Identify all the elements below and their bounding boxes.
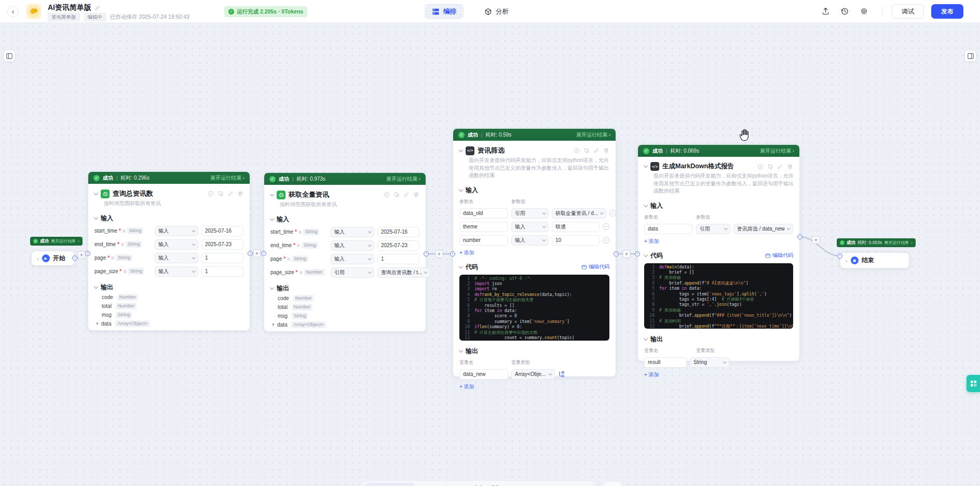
node-run-bar[interactable]: ✓ 成功 | 耗时: 0.296s 展开运行结果 bbox=[88, 172, 250, 184]
param-name-input[interactable]: data_old bbox=[459, 208, 508, 219]
code-editor[interactable]: # -*- coding: utf-8 -*- import json impo… bbox=[459, 275, 609, 341]
remove-param-icon[interactable]: − bbox=[609, 210, 616, 217]
structure-tree-icon[interactable] bbox=[558, 371, 565, 377]
history-icon[interactable] bbox=[840, 7, 849, 16]
expand-results-link[interactable]: 展开运行结果 bbox=[760, 147, 794, 155]
mode-select[interactable]: 引用 bbox=[511, 208, 549, 219]
edit-code-link[interactable]: 编辑代码 bbox=[765, 252, 793, 259]
expand-caret-icon[interactable] bbox=[273, 323, 275, 326]
edge-add-node-button[interactable] bbox=[253, 250, 261, 258]
port-query-in[interactable]: + bbox=[85, 251, 90, 256]
publish-button[interactable]: 发布 bbox=[931, 4, 963, 19]
expand-results-link[interactable]: 展开运行结果 bbox=[210, 174, 244, 182]
duplicate-node-icon[interactable] bbox=[583, 147, 590, 154]
tab-analyze[interactable]: 分析 bbox=[477, 4, 516, 19]
port-end-in[interactable]: + bbox=[837, 253, 842, 259]
node-panel-toggle-button[interactable] bbox=[3, 50, 15, 62]
run-node-icon[interactable] bbox=[574, 147, 580, 154]
chevron-down-icon[interactable] bbox=[644, 336, 648, 340]
end-run-badge[interactable]: ✓ 成功 耗时: 0.053s 展开运行结果 › bbox=[837, 238, 916, 247]
edge-add-node-button[interactable] bbox=[623, 250, 631, 258]
var-name-input[interactable]: data_new bbox=[459, 369, 508, 380]
workflow-avatar[interactable] bbox=[26, 4, 42, 19]
node-markdown[interactable]: ✓ 成功 | 耗时: 0.069s 展开运行结果 </> 生成MarkDown格… bbox=[637, 144, 800, 361]
value-input[interactable]: 1 bbox=[201, 266, 243, 277]
edge-add-node-button[interactable] bbox=[78, 251, 86, 259]
chevron-down-icon[interactable] bbox=[270, 285, 274, 289]
chevron-down-icon[interactable] bbox=[94, 284, 98, 288]
param-name-input[interactable]: number bbox=[459, 235, 508, 246]
node-run-bar[interactable]: ✓ 成功 | 耗时: 0.59s 展开运行结果 bbox=[453, 129, 616, 141]
add-param-link[interactable]: + 添加 bbox=[459, 249, 474, 256]
run-node-icon[interactable] bbox=[757, 164, 764, 170]
port-markdown-out[interactable]: + bbox=[797, 234, 802, 239]
edge-add-node-button[interactable] bbox=[812, 236, 820, 244]
edge-add-node-button[interactable] bbox=[435, 250, 443, 258]
export-icon[interactable] bbox=[821, 7, 830, 16]
value-input[interactable]: 1 bbox=[201, 253, 243, 263]
edit-node-icon[interactable] bbox=[403, 192, 410, 198]
tab-arrange[interactable]: 编排 bbox=[425, 4, 464, 19]
collapse-icon[interactable]: › bbox=[846, 258, 848, 264]
port-fetch-out[interactable]: + bbox=[424, 251, 429, 256]
settings-gear-icon[interactable] bbox=[860, 7, 868, 16]
mode-select[interactable]: 输入 bbox=[155, 239, 198, 250]
mode-select[interactable]: 引用 bbox=[331, 267, 374, 278]
expand-caret-icon[interactable] bbox=[97, 322, 99, 325]
port-query-out[interactable]: + bbox=[248, 251, 253, 256]
run-status-pill[interactable]: ✓ 运行完成 2.205s · 0Tokens bbox=[224, 6, 307, 17]
delete-node-icon[interactable] bbox=[237, 191, 243, 197]
edit-code-link[interactable]: 编辑代码 bbox=[581, 263, 609, 271]
var-type-select[interactable]: String bbox=[690, 357, 729, 368]
duplicate-node-icon[interactable] bbox=[217, 191, 224, 197]
add-output-link[interactable]: + 添加 bbox=[644, 371, 659, 379]
port-filter-in[interactable]: + bbox=[450, 251, 455, 256]
value-input[interactable]: 2025-07-16 bbox=[201, 226, 243, 236]
port-start-out[interactable]: + bbox=[72, 255, 77, 261]
mode-select[interactable]: 输入 bbox=[331, 227, 374, 237]
reference-select[interactable]: 获取全量资讯 / d... bbox=[552, 208, 606, 219]
edit-title-icon[interactable] bbox=[94, 5, 101, 11]
mode-select[interactable]: 输入 bbox=[511, 235, 549, 246]
edit-node-icon[interactable] bbox=[593, 147, 600, 154]
qr-code-button[interactable] bbox=[967, 375, 980, 392]
end-node[interactable]: › ◼ 结束 bbox=[840, 252, 909, 268]
help-button[interactable] bbox=[604, 482, 622, 486]
code-editor[interactable]: def main(data): brief = [] # 添加标题 brief.… bbox=[644, 263, 793, 329]
mode-select[interactable]: 输入 bbox=[331, 240, 374, 251]
value-input[interactable]: 联通 bbox=[552, 222, 600, 232]
node-run-bar[interactable]: ✓ 成功 | 耗时: 0.973s 展开运行结果 bbox=[264, 173, 426, 185]
port-markdown-in[interactable]: + bbox=[635, 251, 640, 256]
chevron-down-icon[interactable] bbox=[459, 147, 463, 152]
value-input[interactable]: 2025-07-23 bbox=[377, 240, 419, 251]
edit-node-icon[interactable] bbox=[777, 164, 783, 170]
node-fetch-all[interactable]: ✓ 成功 | 耗时: 0.973s 展开运行结果 获取全量资讯 按时间范围获取所… bbox=[264, 172, 426, 332]
mode-select[interactable]: 输入 bbox=[511, 222, 549, 232]
node-filter[interactable]: ✓ 成功 | 耗时: 0.59s 展开运行结果 </> 资讯筛选 面向开发者提供… bbox=[453, 128, 616, 377]
start-run-badge[interactable]: ✓ 成功 展开运行结果 › bbox=[30, 237, 83, 246]
value-input[interactable]: 2025-07-16 bbox=[377, 227, 419, 237]
port-fetch-in[interactable]: + bbox=[261, 251, 266, 256]
delete-node-icon[interactable] bbox=[603, 147, 609, 154]
right-panel-toggle-button[interactable] bbox=[964, 50, 976, 62]
run-node-icon[interactable] bbox=[208, 191, 214, 197]
chevron-down-icon[interactable] bbox=[459, 264, 463, 268]
start-node[interactable]: › ▶ 开始 bbox=[31, 251, 75, 266]
mode-select[interactable]: 输入 bbox=[155, 253, 198, 263]
chevron-down-icon[interactable] bbox=[94, 191, 98, 195]
value-input[interactable]: 1 bbox=[377, 254, 419, 264]
chevron-down-icon[interactable] bbox=[644, 203, 648, 207]
value-input[interactable]: 10 bbox=[552, 235, 600, 246]
port-filter-out[interactable]: + bbox=[614, 251, 619, 256]
chevron-down-icon[interactable] bbox=[644, 252, 648, 256]
workflow-canvas[interactable]: + + + + + + + + + + ✓ 成功 展开运行结果 › › ▶ 开始… bbox=[0, 23, 980, 486]
expand-results-link[interactable]: 展开运行结果 bbox=[386, 176, 420, 183]
var-type-select[interactable]: Array<Obje... bbox=[511, 369, 555, 380]
chevron-down-icon[interactable] bbox=[270, 192, 274, 196]
node-query-total[interactable]: ✓ 成功 | 耗时: 0.296s 展开运行结果 查询总资讯数 按时间范围获取所… bbox=[88, 171, 250, 331]
delete-node-icon[interactable] bbox=[787, 164, 793, 170]
remove-param-icon[interactable]: − bbox=[603, 237, 609, 244]
chevron-down-icon[interactable] bbox=[270, 216, 274, 220]
chevron-down-icon[interactable] bbox=[644, 164, 648, 168]
debug-button[interactable]: 调试 bbox=[892, 4, 924, 19]
